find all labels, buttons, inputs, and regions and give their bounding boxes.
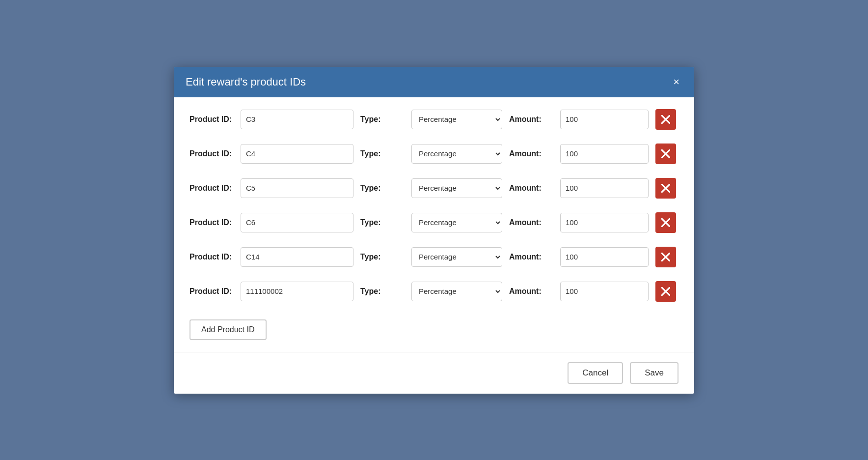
product-id-input[interactable] <box>241 144 353 164</box>
product-id-label: Product ID: <box>190 253 234 261</box>
amount-label: Amount: <box>509 287 553 296</box>
type-label: Type: <box>360 184 405 193</box>
product-row: Product ID:Type:PercentageFixedAmount: <box>190 144 678 164</box>
product-row: Product ID:Type:PercentageFixedAmount: <box>190 247 678 267</box>
amount-label: Amount: <box>509 184 553 193</box>
remove-row-button[interactable] <box>655 178 676 199</box>
save-button[interactable]: Save <box>630 362 678 384</box>
type-label: Type: <box>360 287 405 296</box>
add-product-id-button[interactable]: Add Product ID <box>190 319 267 340</box>
remove-row-button[interactable] <box>655 281 676 302</box>
remove-row-button[interactable] <box>655 109 676 130</box>
amount-input[interactable] <box>560 282 649 301</box>
remove-row-button[interactable] <box>655 144 676 164</box>
amount-input[interactable] <box>560 178 649 198</box>
product-id-input[interactable] <box>241 213 353 232</box>
type-select[interactable]: PercentageFixed <box>411 178 502 198</box>
type-label: Type: <box>360 218 405 227</box>
modal-close-button[interactable]: × <box>670 76 682 88</box>
amount-label: Amount: <box>509 115 553 124</box>
product-row: Product ID:Type:PercentageFixedAmount: <box>190 109 678 130</box>
remove-row-button[interactable] <box>655 247 676 267</box>
amount-label: Amount: <box>509 149 553 158</box>
type-select[interactable]: PercentageFixed <box>411 247 502 267</box>
type-select[interactable]: PercentageFixed <box>411 144 502 164</box>
amount-input[interactable] <box>560 213 649 232</box>
modal-body: Product ID:Type:PercentageFixedAmount:Pr… <box>174 97 694 352</box>
amount-label: Amount: <box>509 218 553 227</box>
remove-row-button[interactable] <box>655 212 676 233</box>
modal-dialog: Edit reward's product IDs × Product ID:T… <box>174 67 694 394</box>
product-id-input[interactable] <box>241 282 353 301</box>
type-label: Type: <box>360 115 405 124</box>
product-row: Product ID:Type:PercentageFixedAmount: <box>190 212 678 233</box>
product-id-input[interactable] <box>241 110 353 129</box>
product-id-input[interactable] <box>241 247 353 267</box>
amount-label: Amount: <box>509 253 553 261</box>
product-id-label: Product ID: <box>190 115 234 124</box>
cancel-button[interactable]: Cancel <box>568 362 623 384</box>
product-id-label: Product ID: <box>190 287 234 296</box>
modal-overlay: Edit reward's product IDs × Product ID:T… <box>0 0 868 460</box>
type-select[interactable]: PercentageFixed <box>411 110 502 129</box>
product-id-label: Product ID: <box>190 149 234 158</box>
product-id-label: Product ID: <box>190 184 234 193</box>
type-select[interactable]: PercentageFixed <box>411 213 502 232</box>
modal-footer: Cancel Save <box>174 352 694 394</box>
product-row: Product ID:Type:PercentageFixedAmount: <box>190 281 678 302</box>
modal-title: Edit reward's product IDs <box>186 76 306 88</box>
amount-input[interactable] <box>560 110 649 129</box>
type-label: Type: <box>360 149 405 158</box>
product-row: Product ID:Type:PercentageFixedAmount: <box>190 178 678 199</box>
amount-input[interactable] <box>560 144 649 164</box>
product-id-input[interactable] <box>241 178 353 198</box>
product-id-label: Product ID: <box>190 218 234 227</box>
modal-header: Edit reward's product IDs × <box>174 67 694 97</box>
amount-input[interactable] <box>560 247 649 267</box>
type-label: Type: <box>360 253 405 261</box>
type-select[interactable]: PercentageFixed <box>411 282 502 301</box>
